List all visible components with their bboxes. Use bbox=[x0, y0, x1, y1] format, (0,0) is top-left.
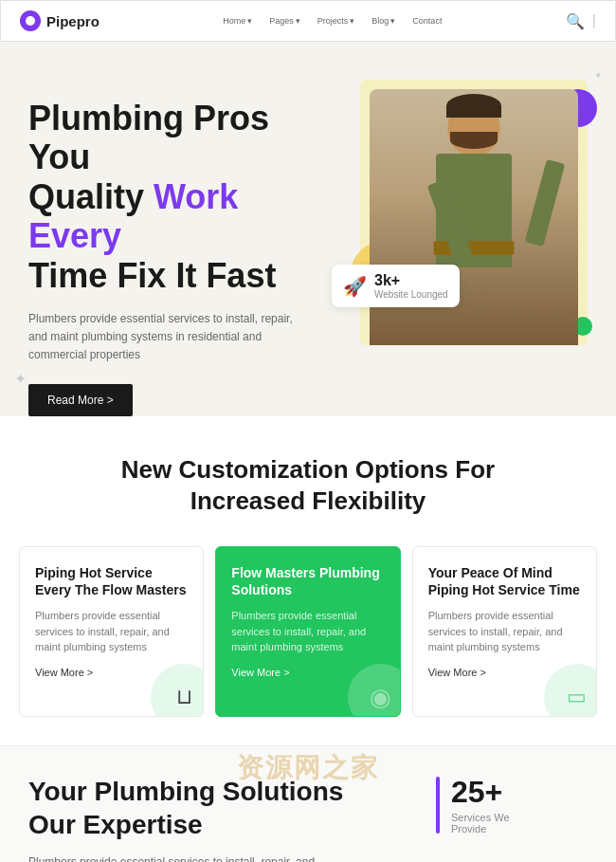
card-3[interactable]: Your Peace Of Mind Piping Hot Service Ti… bbox=[412, 546, 597, 717]
badge-number: 3k+ bbox=[374, 272, 448, 289]
card-1[interactable]: Piping Hot Service Every The Flow Master… bbox=[19, 546, 204, 717]
hero-content: ✦ Plumbing Pros You Quality Work Every T… bbox=[28, 80, 322, 416]
card-2-desc: Plumbers provide essential services to i… bbox=[231, 608, 384, 655]
card-3-icon: ▭ bbox=[567, 685, 587, 709]
chevron-down-icon: ▾ bbox=[296, 16, 300, 26]
card-2-icon: ◉ bbox=[370, 683, 391, 712]
section3-stat-content: 25+ Services WeProvide bbox=[451, 775, 510, 834]
read-more-button[interactable]: Read More > bbox=[28, 384, 133, 416]
section3-stat: 25+ Services WeProvide bbox=[436, 775, 588, 834]
card-1-title: Piping Hot Service Every The Flow Master… bbox=[35, 564, 188, 598]
card-1-icon: ⊔ bbox=[176, 685, 192, 709]
accent-bar bbox=[436, 777, 440, 834]
nav-pages[interactable]: Pages ▾ bbox=[269, 16, 300, 26]
hero-description: Plumbers provide essential services to i… bbox=[28, 310, 294, 365]
expertise-section: Your Plumbing Solutions Our Expertise Pl… bbox=[0, 745, 616, 862]
card-1-desc: Plumbers provide essential services to i… bbox=[35, 608, 188, 655]
hero-badge: 🚀 3k+ Website Lounged bbox=[332, 265, 460, 307]
logo-text: Pipepro bbox=[46, 13, 100, 29]
chevron-down-icon: ▾ bbox=[247, 16, 252, 26]
section3-content: Your Plumbing Solutions Our Expertise Pl… bbox=[0, 746, 616, 862]
navbar: Pipepro Home ▾ Pages ▾ Projects ▾ Blog ▾… bbox=[0, 0, 616, 42]
star-deco-top: ✦ bbox=[594, 70, 602, 81]
nav-contact[interactable]: Contact bbox=[412, 16, 442, 26]
nav-home[interactable]: Home ▾ bbox=[223, 16, 252, 26]
nav-projects[interactable]: Projects ▾ bbox=[317, 16, 355, 26]
hero-title: Plumbing Pros You Quality Work Every Tim… bbox=[28, 99, 322, 295]
chevron-down-icon: ▾ bbox=[390, 16, 395, 26]
section3-title: Your Plumbing Solutions Our Expertise bbox=[28, 775, 408, 841]
logo[interactable]: Pipepro bbox=[20, 10, 100, 31]
hero-section: ✦ Plumbing Pros You Quality Work Every T… bbox=[0, 42, 616, 416]
logo-icon bbox=[20, 10, 41, 31]
section3-left: Your Plumbing Solutions Our Expertise Pl… bbox=[28, 775, 408, 862]
card-2[interactable]: Flow Masters Plumbing Solutions Plumbers… bbox=[215, 546, 400, 717]
cards-container: Piping Hot Service Every The Flow Master… bbox=[0, 537, 616, 745]
rocket-icon: 🚀 bbox=[343, 275, 367, 298]
star-deco: ✦ bbox=[0, 42, 2, 47]
section2-title-area: New Customization Options For Increased … bbox=[0, 416, 616, 538]
card-2-title: Flow Masters Plumbing Solutions bbox=[231, 564, 384, 598]
section3-description: Plumbers provide essential services to i… bbox=[28, 853, 332, 862]
services-count: 25+ bbox=[451, 775, 510, 810]
card-3-title: Your Peace Of Mind Piping Hot Service Ti… bbox=[428, 564, 581, 598]
nav-icons: 🔍 | bbox=[566, 12, 596, 30]
svg-point-0 bbox=[26, 16, 35, 26]
services-label: Services WeProvide bbox=[451, 812, 510, 834]
nav-divider: | bbox=[592, 12, 596, 29]
customization-section: New Customization Options For Increased … bbox=[0, 416, 616, 746]
card-3-desc: Plumbers provide essential services to i… bbox=[428, 608, 581, 655]
badge-label: Website Lounged bbox=[374, 289, 448, 300]
nav-blog[interactable]: Blog ▾ bbox=[371, 16, 395, 26]
chevron-down-icon: ▾ bbox=[350, 16, 354, 26]
star-deco-bottom: ✦ bbox=[14, 370, 27, 388]
search-icon[interactable]: 🔍 bbox=[566, 12, 585, 30]
hero-image-area: 🚀 3k+ Website Lounged bbox=[341, 80, 588, 345]
nav-links: Home ▾ Pages ▾ Projects ▾ Blog ▾ Contact bbox=[223, 16, 442, 26]
section2-title: New Customization Options For Increased … bbox=[28, 454, 588, 519]
